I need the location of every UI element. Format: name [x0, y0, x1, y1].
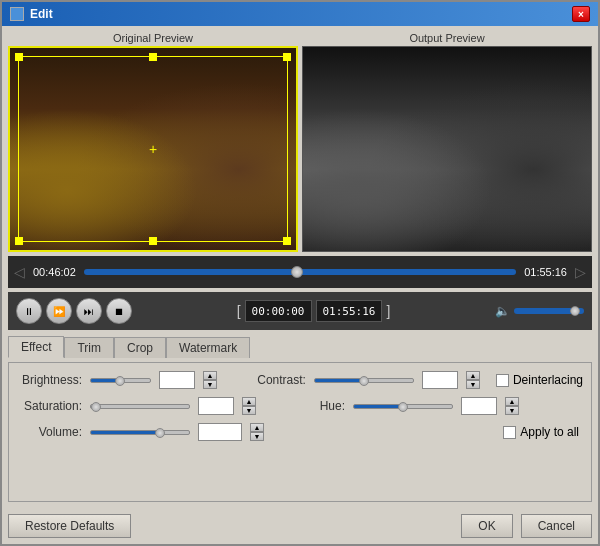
brightness-contrast-row: Brightness: 0 ▲ ▼ Contrast: 0	[17, 371, 583, 389]
timeline-track[interactable]	[84, 269, 516, 275]
hue-spin-down[interactable]: ▼	[505, 406, 519, 415]
volume-input[interactable]: 100%	[198, 423, 242, 441]
brightness-spin-down[interactable]: ▼	[203, 380, 217, 389]
contrast-label: Contrast:	[241, 373, 306, 387]
cancel-button[interactable]: Cancel	[521, 514, 592, 538]
volume-ctrl-thumb[interactable]	[155, 428, 165, 438]
saturation-spin-down[interactable]: ▼	[242, 406, 256, 415]
hue-controls: Hue: 0 ▲ ▼	[280, 397, 519, 415]
brightness-slider[interactable]	[90, 378, 151, 383]
tab-effect[interactable]: Effect	[8, 336, 64, 358]
output-preview-label: Output Preview	[302, 32, 592, 44]
volume-spin-up[interactable]: ▲	[250, 423, 264, 432]
brightness-label: Brightness:	[17, 373, 82, 387]
hue-label: Hue:	[280, 399, 345, 413]
brightness-spinner: ▲ ▼	[203, 371, 217, 389]
contrast-input[interactable]: 0	[422, 371, 458, 389]
bottom-buttons: Restore Defaults OK Cancel	[8, 510, 592, 538]
step-forward-button[interactable]: ⏭	[76, 298, 102, 324]
time-start: 00:46:02	[33, 266, 76, 278]
original-preview-label: Original Preview	[8, 32, 298, 44]
deinterlacing-label: Deinterlacing	[513, 373, 583, 387]
output-video-content	[303, 47, 591, 251]
crop-crosshair: +	[149, 142, 157, 156]
timeline-arrow-right[interactable]: ▷	[575, 264, 586, 280]
play-pause-button[interactable]: ⏸	[16, 298, 42, 324]
deinterlacing-checkbox[interactable]	[496, 374, 509, 387]
deinterlacing-group: Deinterlacing	[496, 373, 583, 387]
time-display: [ 00:00:00 01:55:16 ]	[237, 300, 391, 322]
play-pause-icon: ⏸	[24, 306, 34, 317]
hue-spin-up[interactable]: ▲	[505, 397, 519, 406]
stop-button[interactable]: ⏹	[106, 298, 132, 324]
brightness-input[interactable]: 0	[159, 371, 195, 389]
tab-crop[interactable]: Crop	[114, 337, 166, 358]
tabs-section: Effect Trim Crop Watermark	[8, 336, 592, 358]
crop-overlay[interactable]: +	[18, 56, 288, 242]
preview-section: Original Preview +	[8, 32, 592, 252]
content-area: Original Preview +	[2, 26, 598, 544]
window-title: Edit	[30, 7, 53, 21]
transport-section: ⏸ ⏩ ⏭ ⏹ [ 00:00:00 01:55:16 ] 🔈	[8, 292, 592, 330]
bracket-right: ]	[386, 303, 390, 319]
output-preview-panel: Output Preview	[302, 32, 592, 252]
saturation-spin-up[interactable]: ▲	[242, 397, 256, 406]
crop-handle-bottommid[interactable]	[149, 237, 157, 245]
volume-label: Volume:	[17, 425, 82, 439]
original-video-content: +	[10, 48, 296, 250]
crop-handle-bottomleft[interactable]	[15, 237, 23, 245]
saturation-input[interactable]: -100	[198, 397, 234, 415]
contrast-controls: Contrast: 0 ▲ ▼	[241, 371, 480, 389]
saturation-spinner: ▲ ▼	[242, 397, 256, 415]
contrast-slider[interactable]	[314, 378, 414, 383]
effect-panel: Brightness: 0 ▲ ▼ Contrast: 0	[8, 362, 592, 502]
crop-handle-topmid[interactable]	[149, 53, 157, 61]
restore-defaults-button[interactable]: Restore Defaults	[8, 514, 131, 538]
apply-all-group: Apply to all	[503, 425, 579, 439]
close-button[interactable]: ×	[572, 6, 590, 22]
contrast-spin-up[interactable]: ▲	[466, 371, 480, 380]
brightness-thumb[interactable]	[115, 376, 125, 386]
timeline-arrow-left[interactable]: ◁	[14, 264, 25, 280]
timeline-section: ◁ 00:46:02 01:55:16 ▷	[8, 256, 592, 288]
volume-thumb[interactable]	[570, 306, 580, 316]
volume-ctrl-slider[interactable]	[90, 430, 190, 435]
contrast-spinner: ▲ ▼	[466, 371, 480, 389]
fast-forward-button[interactable]: ⏩	[46, 298, 72, 324]
crop-handle-bottomright[interactable]	[283, 237, 291, 245]
bracket-left: [	[237, 303, 241, 319]
edit-window: Edit × Original Preview	[0, 0, 600, 546]
total-time-display: 01:55:16	[316, 300, 383, 322]
saturation-label: Saturation:	[17, 399, 82, 413]
apply-to-all-checkbox[interactable]	[503, 426, 516, 439]
output-video	[302, 46, 592, 252]
tab-trim[interactable]: Trim	[64, 337, 114, 358]
hue-thumb[interactable]	[398, 402, 408, 412]
hue-input[interactable]: 0	[461, 397, 497, 415]
ok-cancel-group: OK Cancel	[461, 514, 592, 538]
step-forward-icon: ⏭	[84, 306, 94, 317]
time-end: 01:55:16	[524, 266, 567, 278]
stop-icon: ⏹	[114, 306, 124, 317]
timeline-thumb[interactable]	[291, 266, 303, 278]
saturation-hue-row: Saturation: -100 ▲ ▼ Hue: 0	[17, 397, 583, 415]
tab-watermark[interactable]: Watermark	[166, 337, 250, 358]
hue-slider[interactable]	[353, 404, 453, 409]
ok-button[interactable]: OK	[461, 514, 512, 538]
contrast-thumb[interactable]	[359, 376, 369, 386]
contrast-spin-down[interactable]: ▼	[466, 380, 480, 389]
saturation-slider[interactable]	[90, 404, 190, 409]
volume-spin-down[interactable]: ▼	[250, 432, 264, 441]
crop-handle-topleft[interactable]	[15, 53, 23, 61]
crop-handle-topright[interactable]	[283, 53, 291, 61]
volume-slider[interactable]	[514, 308, 584, 314]
hue-spinner: ▲ ▼	[505, 397, 519, 415]
saturation-thumb[interactable]	[91, 402, 101, 412]
volume-spinner: ▲ ▼	[250, 423, 264, 441]
fast-forward-icon: ⏩	[53, 306, 65, 317]
original-video: +	[8, 46, 298, 252]
volume-icon: 🔈	[495, 304, 510, 318]
brightness-spin-up[interactable]: ▲	[203, 371, 217, 380]
title-bar: Edit ×	[2, 2, 598, 26]
original-preview-panel: Original Preview +	[8, 32, 298, 252]
